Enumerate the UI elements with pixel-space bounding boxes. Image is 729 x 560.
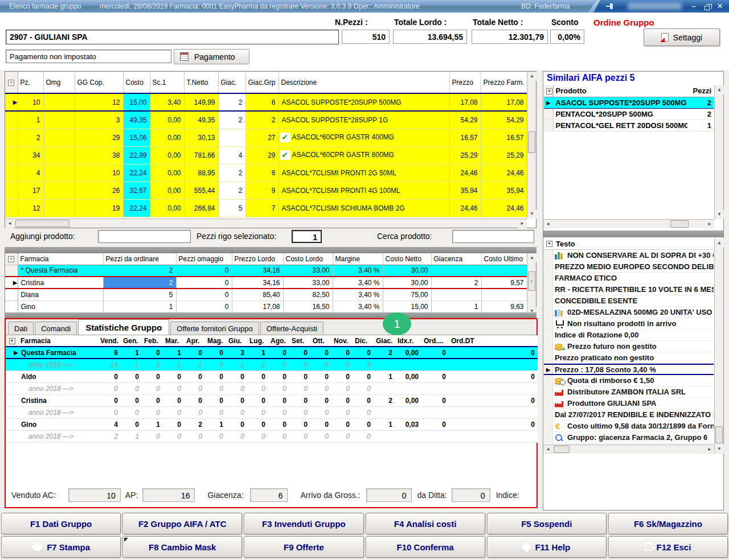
scroll-down-icon[interactable]: ▼ <box>527 209 536 219</box>
table-row[interactable]: 1349,350,0049,3522ASACOL SUPPOSTE*28SUPP… <box>5 111 527 129</box>
supplier-field[interactable]: 2907 - GIULIANI SPA <box>6 30 339 44</box>
list-item[interactable]: Quota di rimborso € 1,50 <box>544 375 714 386</box>
expand-icon-cell[interactable]: + <box>544 85 553 97</box>
table-row[interactable]: 172632,670,00555,4429ASACOL*7CLISMI PRON… <box>5 182 527 199</box>
similari-horizontal-scrollbar[interactable]: ◄ ► <box>543 219 714 228</box>
scroll-down-icon[interactable]: ▼ <box>715 210 724 219</box>
stats-column-header[interactable]: Idx.r. <box>395 335 421 347</box>
list-item[interactable]: Distributore ZAMBON ITALIA SRL <box>544 386 714 398</box>
scroll-down-icon[interactable]: ▼ <box>715 444 724 454</box>
products-column-header[interactable]: T.Netto <box>184 72 218 93</box>
fkey-button-f4[interactable]: F4 Analisi costi <box>366 513 485 534</box>
products-column-header[interactable]: Pz. <box>18 72 43 93</box>
table-row[interactable]: ▶Questa Farmacia610100310000020,0000 <box>6 347 538 359</box>
products-column-header[interactable]: Prezzo Farm. <box>481 72 527 93</box>
testo-horizontal-scrollbar[interactable]: ◄ ► <box>543 444 714 454</box>
list-item[interactable]: PREZZO MEDIO EUROPEO SECONDO DELIBERA C <box>544 261 714 273</box>
settaggi-button[interactable]: Settaggi <box>644 28 720 46</box>
table-row[interactable]: anno 2018 —>14121101203003 <box>6 359 538 370</box>
list-item[interactable]: 02D-MESALAZINA 500MG 20 UNITA' USO RETT <box>544 307 714 318</box>
scroll-up-icon[interactable]: ▲ <box>715 238 724 248</box>
table-row[interactable]: Cristina000000000000020,0000 <box>6 394 538 406</box>
list-item[interactable]: Non risultano prodotti in arrivo <box>544 318 714 330</box>
pharmacies-column-header[interactable]: Pezzi da ordinare <box>103 253 176 265</box>
list-item[interactable]: Prezzo praticato non gestito <box>544 352 714 364</box>
table-row[interactable]: anno 2018 —>2100000000000 <box>6 430 538 442</box>
right-panel-divider[interactable] <box>543 230 723 237</box>
stats-column-header[interactable]: Mar. <box>163 335 184 347</box>
scroll-left-icon[interactable]: ◄ <box>543 445 552 454</box>
stats-column-header[interactable]: Ago. <box>268 335 289 347</box>
tab-statistiche-gruppo[interactable]: Statistiche Gruppo <box>78 319 169 335</box>
fkey-button-f5[interactable]: F5 Sospendi <box>487 513 607 534</box>
fkey-button-f10[interactable]: F10 Conferma <box>366 536 485 558</box>
list-item[interactable]: Produttore GIULIANI SPA <box>544 398 714 409</box>
table-row[interactable]: 343822,990,00781,66429✔ASACOL*60CPR GAST… <box>5 146 527 164</box>
products-column-header[interactable]: Giac.Grp <box>245 72 279 93</box>
stats-column-header[interactable]: Ott. <box>310 335 331 347</box>
pharmacies-column-header[interactable]: Costo Ultimo <box>481 253 527 265</box>
table-row[interactable]: anno 2018 —>0000000000000 <box>6 406 538 418</box>
table-row[interactable]: Gino401021000000010,0300 <box>6 418 538 430</box>
pharmacies-column-header[interactable]: Pezzi omaggio <box>176 253 232 265</box>
expand-icon-cell[interactable]: + <box>5 253 18 265</box>
similari-vertical-scrollbar[interactable]: ▲ ▼ <box>714 85 723 219</box>
products-column-header[interactable]: GG Cop. <box>75 72 123 93</box>
pharmacies-column-header[interactable]: Farmacia <box>18 253 103 265</box>
stats-column-header[interactable]: Farmacia <box>18 335 98 347</box>
products-vertical-scrollbar[interactable]: ▲ ▼ <box>527 72 536 219</box>
pharmacies-column-header[interactable]: Costo Netto <box>383 253 431 265</box>
stats-column-header[interactable]: Vend. <box>98 335 121 347</box>
fkey-button-f12[interactable]: F12 Esci <box>608 536 728 558</box>
list-item[interactable]: NON CONSERVARE AL DI SOPRA DI +30 GRAD <box>544 250 714 261</box>
list-item[interactable]: Costo ultimo 9,58 data 30/12/1899 da For… <box>544 421 714 432</box>
stats-column-header[interactable]: Dic. <box>353 335 374 347</box>
list-item[interactable]: PENTACOL*20SUPP 500MG2 <box>544 108 714 120</box>
scroll-left-icon[interactable]: ◄ <box>5 219 14 228</box>
horizontal-splitter[interactable] <box>5 247 536 253</box>
products-column-header[interactable]: Costo <box>123 72 150 93</box>
table-row[interactable]: 22915,060,0030,1327✔ASACOL*60CPR GASTR 4… <box>5 129 527 146</box>
fkey-button-f3[interactable]: F3 Invenduti Gruppo <box>244 513 363 534</box>
stats-column-header[interactable]: Feb. <box>142 335 163 347</box>
cerca-prodotto-input[interactable] <box>452 230 534 243</box>
products-column-header[interactable]: Omg <box>43 72 75 93</box>
minimize-button[interactable]: – <box>688 0 699 13</box>
list-item[interactable]: Indice di Rotazione 0,00 <box>544 330 714 341</box>
scroll-right-icon[interactable]: ► <box>705 445 714 454</box>
list-item[interactable]: FARMACO ETICO <box>544 273 714 284</box>
products-column-header[interactable]: Sc.1 <box>150 72 184 93</box>
horizontal-splitter[interactable] <box>5 312 536 318</box>
stats-column-header[interactable]: Giac. <box>374 335 395 347</box>
pezzi-ordinare-cell[interactable]: 2 <box>103 277 176 289</box>
list-item[interactable]: Prezzo futuro non gestito <box>544 341 714 352</box>
products-column-header[interactable]: Giac. <box>218 72 245 93</box>
products-column-header[interactable]: Prezzo <box>449 72 481 93</box>
stats-column-header[interactable]: Apr. <box>184 335 205 347</box>
pagamento-field[interactable]: Pagamento non impostato <box>6 50 171 63</box>
fkey-button-f6[interactable]: F6 Sk/Magazzino <box>608 513 728 534</box>
list-item[interactable]: ▶Prezzo : 17,08 Sconto 3,40 % <box>544 364 714 375</box>
pezzi-ordinare-cell[interactable]: 2 <box>103 265 176 277</box>
fkey-button-f1[interactable]: F1 Dati Gruppo <box>1 513 121 534</box>
fkey-button-f11[interactable]: F11 Help <box>487 536 607 558</box>
fkey-button-f7[interactable]: F7 Stampa <box>1 536 121 558</box>
products-horizontal-scrollbar[interactable]: ◄ ► <box>5 219 527 228</box>
tab-offerte-acquisti[interactable]: Offerte-Acquisti <box>260 322 323 335</box>
pezzi-rigo-input[interactable]: 1 <box>292 230 322 243</box>
table-row[interactable]: anno 2018 —>0000000000000 <box>6 382 538 394</box>
pharmacies-column-header[interactable]: Giacenza <box>431 253 481 265</box>
table-row[interactable]: ▶101215,003,40149,9926ASACOL SUPPOSTE*20… <box>5 93 527 111</box>
stats-column-header[interactable]: Gen. <box>121 335 142 347</box>
scroll-up-icon[interactable]: ▲ <box>527 253 536 262</box>
pezzi-ordinare-cell[interactable]: 1 <box>103 300 176 312</box>
stats-column-header[interactable]: Mag. <box>205 335 226 347</box>
expand-icon-cell[interactable]: + <box>5 72 18 93</box>
stats-column-header[interactable]: Lug. <box>247 335 268 347</box>
table-row[interactable]: 121922,240,00266,8457ASACOL*7CLISMI SCHI… <box>5 199 527 217</box>
stats-column-header[interactable]: Ord.... <box>421 335 449 347</box>
scroll-right-icon[interactable]: ► <box>705 220 714 229</box>
pharmacies-column-header[interactable]: Prezzo Lordo <box>232 253 283 265</box>
stats-column-header[interactable]: Ord.DT <box>449 335 538 347</box>
table-row[interactable]: 41022,240,0088,9526ASACOL*7CLISMI PRONTI… <box>5 164 527 182</box>
